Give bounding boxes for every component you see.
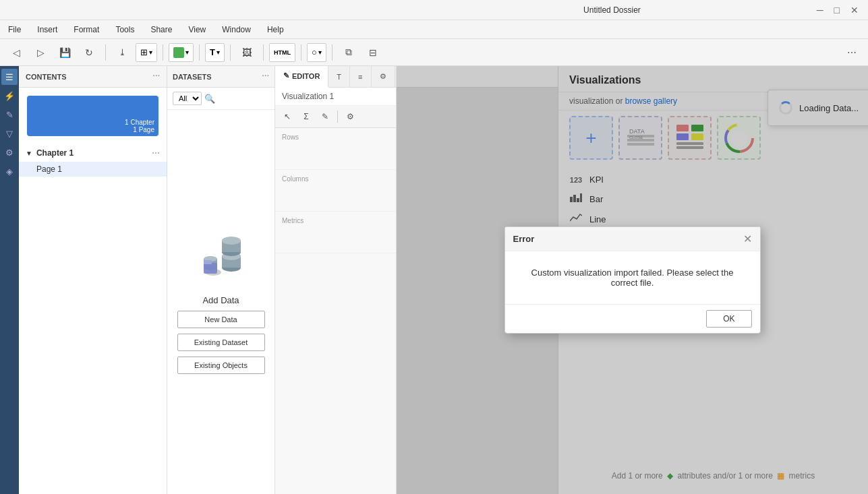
editor-rows-label: Rows (282, 133, 389, 141)
editor-sum-btn[interactable]: Σ (298, 109, 314, 125)
editor-rows-drop[interactable] (282, 144, 389, 164)
contents-panel-title: CONTENTS (26, 73, 67, 81)
window-controls[interactable]: ─ □ ✕ (814, 5, 861, 16)
sidebar-contents-icon[interactable]: ☰ (1, 69, 18, 85)
editor-metrics-drop[interactable] (282, 227, 389, 247)
menu-format[interactable]: Format (71, 24, 102, 36)
editor-rows-section: Rows (275, 128, 396, 170)
canvas-area: ⋯ Visualizations visualization or browse… (397, 66, 868, 494)
editor-columns-drop[interactable] (282, 185, 389, 206)
datasets-filter-select[interactable]: All (173, 92, 202, 105)
dialog-close-btn[interactable]: ✕ (743, 233, 752, 245)
svg-rect-11 (204, 260, 212, 264)
page-thumbnail[interactable]: 1 Chapter 1 Page (27, 96, 158, 136)
refresh-btn[interactable]: ↻ (78, 42, 100, 63)
editor-settings-btn[interactable]: ⚙ (342, 109, 358, 125)
import-btn[interactable]: ⤓ (111, 42, 133, 63)
window-title: Untitled Dossier (410, 5, 813, 15)
svg-point-6 (222, 237, 241, 245)
menu-share[interactable]: Share (148, 24, 175, 36)
text-dropdown[interactable]: T ▾ (205, 43, 225, 62)
dialog-ok-btn[interactable]: OK (706, 310, 751, 328)
chapter-menu-icon[interactable]: ⋯ (152, 148, 160, 158)
editor-panel: ✎ EDITOR T ≡ ⚙ Visualization 1 ↖ Σ ✎ ⚙ R… (275, 66, 397, 494)
editor-pen-btn[interactable]: ✎ (317, 109, 333, 125)
layout-dropdown[interactable]: ⊞▾ (136, 43, 157, 62)
chapter-header-left: ▼ Chapter 1 (26, 148, 74, 158)
toolbar-sep1 (105, 44, 106, 61)
editor-select-btn[interactable]: ↖ (279, 109, 295, 125)
chapter-expand-icon: ▼ (26, 150, 32, 157)
sidebar-edit-icon[interactable]: ✎ (1, 106, 18, 123)
editor-columns-section: Columns (275, 170, 396, 212)
left-sidebar: ☰ ⚡ ✎ ▽ ⚙ ◈ (0, 66, 19, 494)
toolbar-sep7 (332, 44, 332, 61)
contents-panel-menu-icon[interactable]: ⋯ (152, 72, 160, 81)
datasets-header-icons: ⋯ (262, 72, 269, 81)
toolbar-sep3 (199, 44, 200, 61)
dialog-message: Custom visualization import failed. Plea… (531, 268, 734, 288)
contents-panel: CONTENTS ⋯ 1 Chapter 1 Page ▼ Chapter 1 … (19, 66, 167, 494)
datasets-panel-title: DATASETS (173, 73, 212, 81)
shape-dropdown[interactable]: ○▾ (307, 43, 326, 62)
database-icon (194, 230, 248, 284)
svg-rect-10 (204, 263, 217, 274)
thumbnail-line2: 1 Page (133, 126, 154, 133)
dialog-title-bar: Error ✕ (505, 227, 760, 251)
visualization-name: Visualization 1 (275, 88, 396, 106)
page-item[interactable]: Page 1 (19, 162, 167, 177)
main-layout: ☰ ⚡ ✎ ▽ ⚙ ◈ CONTENTS ⋯ 1 Chapter 1 Page … (0, 66, 868, 494)
menu-window[interactable]: Window (219, 24, 254, 36)
dialog-footer: OK (505, 304, 760, 333)
toolbar-sep6 (301, 44, 301, 61)
editor-tab-filter[interactable]: ≡ (350, 66, 371, 88)
editor-icon: ✎ (283, 71, 289, 80)
page-name: Page 1 (36, 164, 62, 174)
dialog-overlay: Error ✕ Custom visualization import fail… (397, 66, 868, 494)
title-bar: Untitled Dossier ─ □ ✕ (0, 0, 868, 20)
overflow-btn[interactable]: ⋯ (841, 42, 863, 63)
menu-help[interactable]: Help (264, 24, 287, 36)
search-icon[interactable]: 🔍 (204, 94, 215, 104)
sidebar-filter-icon[interactable]: ▽ (1, 125, 18, 142)
editor-metrics-section: Metrics (275, 212, 396, 253)
panel-btn[interactable]: ⊟ (362, 42, 384, 63)
dialog-body: Custom visualization import failed. Plea… (505, 251, 760, 304)
back-btn[interactable]: ◁ (5, 42, 27, 63)
sidebar-datasets-icon[interactable]: ⚡ (1, 88, 18, 104)
editor-columns-label: Columns (282, 175, 389, 183)
toolbar-sep2 (163, 44, 163, 61)
menu-file[interactable]: File (5, 24, 24, 36)
forward-btn[interactable]: ▷ (30, 42, 51, 63)
menu-insert[interactable]: Insert (34, 24, 60, 36)
dialog-title: Error (513, 234, 535, 244)
editor-tab-T[interactable]: T (328, 66, 350, 88)
toolbar-sep4 (230, 44, 231, 61)
editor-tab-editor[interactable]: ✎ EDITOR (275, 66, 328, 88)
image-btn[interactable]: 🖼 (236, 42, 258, 63)
existing-dataset-btn[interactable]: Existing Dataset (177, 334, 265, 351)
chapter-name: Chapter 1 (36, 148, 74, 158)
datasets-content: Add Data New Data Existing Dataset Exist… (167, 110, 274, 494)
editor-toolbar-sep (337, 111, 338, 123)
sidebar-layers-icon[interactable]: ◈ (1, 163, 18, 179)
html-dropdown[interactable]: HTML (269, 43, 295, 62)
error-dialog: Error ✕ Custom visualization import fail… (504, 226, 761, 334)
chapter-header[interactable]: ▼ Chapter 1 ⋯ (19, 144, 167, 162)
close-btn[interactable]: ✕ (848, 5, 861, 16)
datasets-menu-icon[interactable]: ⋯ (262, 72, 269, 81)
toolbar-sep5 (263, 44, 264, 61)
thumbnail-line1: 1 Chapter (125, 119, 154, 126)
menu-view[interactable]: View (185, 24, 208, 36)
save-btn[interactable]: 💾 (54, 42, 76, 63)
minimize-btn[interactable]: ─ (814, 5, 826, 16)
color-dropdown[interactable]: ▾ (169, 43, 194, 62)
add-data-label: Add Data (202, 295, 239, 305)
existing-objects-btn[interactable]: Existing Objects (177, 357, 265, 374)
new-data-btn[interactable]: New Data (177, 311, 265, 328)
sidebar-settings-icon[interactable]: ⚙ (1, 144, 18, 160)
editor-tab-settings[interactable]: ⚙ (372, 66, 395, 88)
menu-tools[interactable]: Tools (113, 24, 137, 36)
maximize-btn[interactable]: □ (832, 5, 842, 16)
duplicate-btn[interactable]: ⧉ (338, 42, 359, 63)
